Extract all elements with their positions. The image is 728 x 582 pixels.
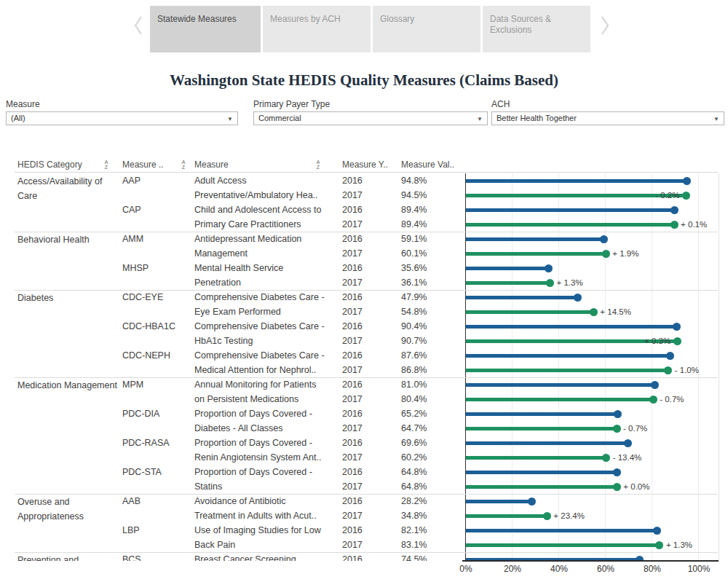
value-dot-2016[interactable] — [624, 439, 632, 447]
value-dot-2016[interactable] — [613, 468, 621, 476]
value-bar-2016[interactable] — [466, 441, 628, 445]
value-bar-2016[interactable] — [466, 354, 670, 358]
value-dot-2016[interactable] — [528, 498, 536, 506]
value-dot-2016[interactable] — [651, 381, 659, 389]
value-bar-2016[interactable] — [466, 383, 654, 387]
measure-name-cell: Primary Care Practitioners — [194, 217, 339, 232]
value-dot-2017[interactable] — [649, 396, 657, 404]
prev-tab-icon[interactable] — [133, 15, 143, 39]
tab-glossary[interactable]: Glossary — [373, 6, 480, 52]
value-bar-2017[interactable] — [466, 252, 606, 256]
measure-value-cell: 90.7% — [401, 334, 454, 348]
measure-abbr-cell: LBP — [122, 523, 191, 538]
value-dot-2017[interactable] — [670, 221, 678, 229]
value-bar-2016[interactable] — [466, 500, 531, 503]
value-bar-2017[interactable] — [466, 398, 653, 401]
measure-block-amm: AMMAntidepressant Medication201659.1%Man… — [0, 232, 728, 261]
sort-az-icon[interactable]: AZ — [103, 160, 110, 170]
value-bar-2016[interactable] — [466, 325, 676, 329]
measure-year-cell: 2017 — [342, 304, 379, 319]
caret-down-icon: ▼ — [227, 113, 233, 125]
measure-year-cell: 2016 — [342, 319, 379, 334]
value-dot-2016[interactable] — [683, 177, 691, 185]
value-bar-2016[interactable] — [466, 296, 577, 299]
value-dot-2017[interactable] — [613, 425, 621, 433]
sort-az-icon[interactable]: AZ — [180, 160, 187, 170]
ach-filter-dropdown[interactable]: Better Health Together ▼ — [491, 111, 724, 125]
value-bar-2017[interactable] — [466, 456, 606, 460]
tab-statewide-measures[interactable]: Statewide Measures — [150, 6, 261, 52]
measure-name-cell: HbA1c Testing — [194, 334, 339, 348]
value-dot-2017[interactable] — [543, 512, 551, 520]
measure-name-cell: Preventative/Ambulatory Hea.. — [194, 188, 339, 202]
measure-name-cell: Renin Angiotensin System Ant.. — [194, 450, 339, 465]
value-dot-2017[interactable] — [590, 308, 598, 316]
measure-name-cell: Annual Monitoring for Patients — [194, 377, 339, 392]
value-dot-2016[interactable] — [545, 264, 553, 272]
measure-filter-label: Measure — [6, 99, 40, 109]
value-bar-2017[interactable] — [466, 485, 617, 489]
value-dot-2017[interactable] — [613, 483, 621, 491]
value-bar-2017[interactable] — [466, 427, 617, 430]
payer-filter-dropdown[interactable]: Commercial ▼ — [253, 111, 488, 125]
measure-abbr-cell: AMM — [122, 232, 191, 246]
sort-az-icon[interactable]: AZ — [314, 160, 322, 170]
measure-block-lbp: LBPUse of Imaging Studies for Low201682.… — [0, 523, 728, 552]
value-bar-2017[interactable] — [466, 281, 550, 285]
measure-value-cell: 54.8% — [401, 304, 454, 319]
measure-name-cell: Eye Exam Performed — [194, 304, 339, 319]
value-dot-2016[interactable] — [614, 410, 622, 418]
value-dot-2017[interactable] — [664, 366, 672, 374]
diff-label: - 13.4% — [613, 450, 642, 465]
tab-data-sources-exclusions[interactable]: Data Sources & Exclusions — [483, 6, 590, 52]
measure-block-mhsp: MHSPMental Health Service201635.6%Penetr… — [0, 261, 728, 290]
value-dot-2016[interactable] — [574, 294, 582, 302]
table-row: Renin Angiotensin System Ant..201760.2%-… — [0, 450, 728, 465]
measure-block-mpm: MPMAnnual Monitoring for Patients201681.… — [0, 377, 728, 406]
value-dot-2016[interactable] — [673, 323, 681, 331]
value-dot-2016[interactable] — [653, 527, 661, 535]
value-dot-2016[interactable] — [600, 235, 608, 243]
value-bar-2016[interactable] — [466, 529, 657, 532]
measure-name-cell: Proportion of Days Covered - — [194, 406, 339, 421]
value-bar-2017[interactable] — [466, 223, 674, 227]
value-dot-2016[interactable] — [670, 206, 678, 214]
value-dot-2017[interactable] — [602, 250, 610, 258]
table-row: Treatment in Adults with Acut..201734.8%… — [0, 508, 728, 523]
value-bar-2017[interactable] — [466, 194, 686, 197]
measure-block-cdc-neph: CDC-NEPHComprehensive Diabetes Care -201… — [0, 348, 728, 377]
value-bar-2016[interactable] — [466, 208, 674, 212]
measure-value-cell: 36.1% — [401, 275, 454, 290]
value-bar-2016[interactable] — [466, 412, 618, 416]
measure-value-cell: 69.6% — [401, 436, 454, 450]
value-bar-2017[interactable] — [466, 543, 660, 547]
measure-year-cell: 2017 — [342, 217, 379, 232]
measure-value-cell: 86.8% — [401, 363, 454, 377]
next-tab-icon[interactable] — [600, 15, 610, 39]
table-row: CAPChild and Adolescent Access to201689.… — [0, 202, 728, 217]
value-dot-2017[interactable] — [546, 279, 554, 287]
value-bar-2017[interactable] — [466, 310, 593, 314]
tab-measures-by-ach[interactable]: Measures by ACH — [263, 6, 371, 52]
value-bar-2016[interactable] — [466, 237, 604, 241]
measure-value-cell: 64.7% — [401, 421, 454, 436]
value-dot-2017[interactable] — [682, 192, 690, 200]
value-bar-2016[interactable] — [466, 267, 549, 270]
value-dot-2017[interactable] — [602, 454, 610, 462]
measure-value-cell: 89.4% — [401, 217, 454, 232]
table-row: PDC-DIAProportion of Days Covered -20166… — [0, 406, 728, 421]
value-dot-2017[interactable] — [655, 541, 663, 549]
value-bar-2017[interactable] — [466, 514, 547, 518]
value-dot-2017[interactable] — [673, 337, 681, 345]
value-bar-2017[interactable] — [466, 369, 668, 372]
measure-year-cell: 2017 — [342, 450, 379, 465]
value-bar-2016[interactable] — [466, 179, 687, 183]
measure-year-cell: 2016 — [342, 552, 379, 561]
measure-name-cell: Diabetes - All Classes — [194, 421, 339, 436]
measure-filter-dropdown[interactable]: (All) ▼ — [6, 111, 238, 125]
measure-value-cell: 94.5% — [401, 188, 454, 202]
value-dot-2016[interactable] — [666, 352, 674, 360]
header-divider — [15, 172, 718, 173]
value-bar-2016[interactable] — [466, 471, 617, 474]
table-row: MHSPMental Health Service201635.6% — [0, 261, 728, 275]
